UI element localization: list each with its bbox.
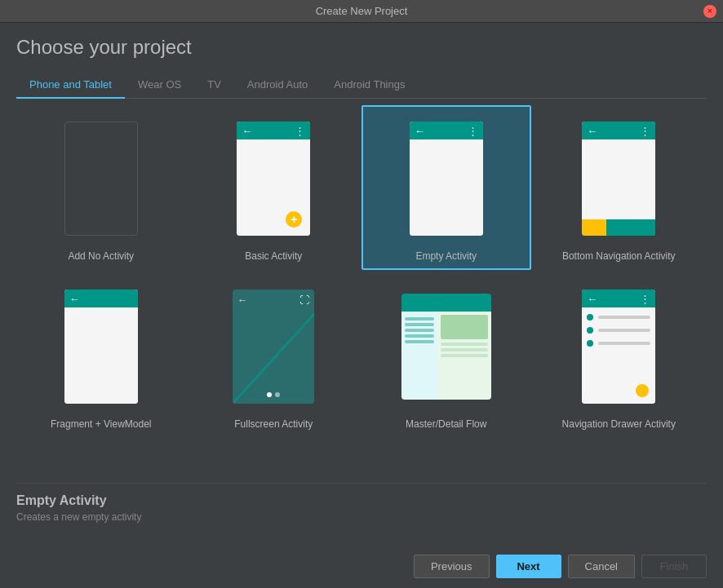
drawer-row [587,314,650,321]
activity-grid: Add No Activity ← ⋮ + B [16,105,707,438]
list-item[interactable]: Add No Activity [16,105,186,270]
drawer-row [587,327,650,334]
menu-dots-icon: ⋮ [640,125,650,137]
menu-dots-icon: ⋮ [640,293,650,305]
menu-dots-icon: ⋮ [295,125,305,137]
main-content: Choose your project Phone and Tablet Wea… [0,23,723,588]
thumbnail-nav-drawer: ← ⋮ [543,281,696,412]
thumbnail-fragment-viewmodel: ← [24,281,178,412]
tab-tv[interactable]: TV [194,72,234,99]
drawer-dot-icon [587,314,593,321]
thumbnail-basic-activity: ← ⋮ + [197,113,351,244]
selected-activity-title: Empty Activity [16,493,707,508]
activity-label: Fullscreen Activity [234,418,313,430]
diagonal-decoration [233,290,314,404]
list-item[interactable]: ← ⋮ + Basic Activity [189,105,359,270]
svg-line-0 [233,314,314,404]
grid-container: Add No Activity ← ⋮ + B [16,99,707,483]
finish-button[interactable]: Finish [641,555,707,578]
activity-label: Add No Activity [68,250,134,262]
list-item[interactable]: ← ⋮ Empty Activity [362,105,531,270]
list-item[interactable]: Master/Detail Flow [362,273,531,438]
drawer-dot-icon [587,340,593,347]
menu-dots-icon: ⋮ [468,125,478,137]
thumbnail-empty-activity: ← ⋮ [370,113,523,244]
tabs-container: Phone and Tablet Wear OS TV Android Auto… [16,72,707,99]
cancel-button[interactable]: Cancel [568,555,635,578]
description-area: Empty Activity Creates a new empty activ… [16,483,707,548]
back-arrow-icon: ← [415,125,425,137]
dots-row [267,392,280,397]
grid-scroll[interactable]: Add No Activity ← ⋮ + B [16,99,707,483]
list-item[interactable]: ← ⛶ Fullscreen Activity [189,273,359,438]
activity-label: Navigation Drawer Activity [562,418,676,430]
tab-android-things[interactable]: Android Things [321,72,418,99]
drawer-line [598,316,650,319]
bottom-bar: Previous Next Cancel Finish [16,548,707,588]
activity-label: Fragment + ViewModel [51,418,152,430]
list-item[interactable]: ← ⋮ Bottom Navigation Activity [534,105,704,270]
selected-activity-description: Creates a new empty activity [16,511,707,523]
drawer-line [598,342,650,345]
activity-label: Master/Detail Flow [406,418,486,430]
tab-phone-tablet[interactable]: Phone and Tablet [16,72,125,99]
tab-android-auto[interactable]: Android Auto [234,72,321,99]
thumbnail-fullscreen-activity: ← ⛶ [197,281,351,412]
drawer-dot-icon [587,327,593,334]
drawer-row [587,340,650,347]
activity-label: Basic Activity [245,250,302,262]
next-button[interactable]: Next [496,555,561,578]
title-bar: Create New Project × [0,0,723,23]
thumbnail-bottom-nav-activity: ← ⋮ [543,113,696,244]
activity-label: Bottom Navigation Activity [562,250,676,262]
back-arrow-icon: ← [69,293,80,305]
back-arrow-icon: ← [587,125,597,137]
page-title: Choose your project [16,36,707,59]
back-arrow-icon: ← [587,293,597,305]
activity-label: Empty Activity [415,250,477,262]
thumbnail-master-detail [370,281,523,412]
list-item[interactable]: ← ⋮ [534,273,704,438]
back-arrow-icon: ← [242,125,252,137]
drawer-line [598,329,650,332]
list-item[interactable]: ← Fragment + ViewModel [16,273,186,438]
previous-button[interactable]: Previous [414,555,490,578]
close-button[interactable]: × [703,5,716,18]
title-bar-text: Create New Project [316,5,408,17]
thumbnail-add-no-activity [24,113,178,244]
tab-wear-os[interactable]: Wear OS [125,72,194,99]
